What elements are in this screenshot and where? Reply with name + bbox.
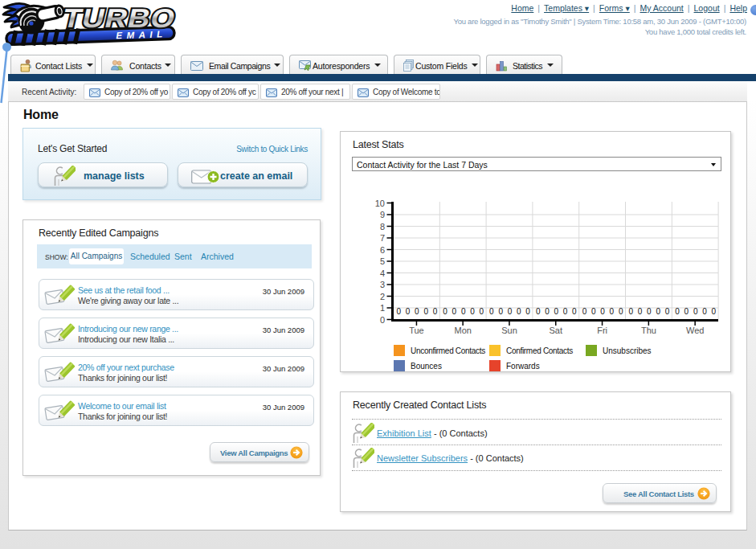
svg-text:0: 0 [397,307,402,316]
svg-text:Fri: Fri [597,326,607,335]
svg-text:Sat: Sat [550,326,563,335]
svg-text:0: 0 [536,307,541,316]
svg-text:Tue: Tue [409,326,424,335]
svg-text:0: 0 [415,307,419,316]
svg-text:6: 6 [380,245,385,255]
svg-text:0: 0 [693,307,698,316]
svg-text:0: 0 [554,307,559,316]
svg-text:0: 0 [638,307,643,316]
svg-text:0: 0 [545,307,550,316]
svg-text:1: 1 [380,303,385,313]
svg-text:0: 0 [619,307,623,316]
svg-text:5: 5 [380,256,385,266]
svg-text:Sun: Sun [501,326,517,335]
svg-text:0: 0 [498,307,503,316]
svg-text:0: 0 [656,307,660,316]
svg-text:0: 0 [443,307,447,316]
svg-text:Confirmed Contacts: Confirmed Contacts [506,346,573,355]
svg-text:0: 0 [610,307,615,316]
svg-text:0: 0 [525,307,530,316]
svg-text:0: 0 [572,307,577,316]
svg-text:0: 0 [508,307,513,316]
svg-text:2: 2 [380,292,385,301]
svg-text:7: 7 [380,233,385,243]
svg-text:0: 0 [600,307,605,316]
svg-text:0: 0 [489,307,494,316]
svg-text:TURBO: TURBO [59,3,178,33]
svg-text:Unsubscribes: Unsubscribes [603,346,652,355]
svg-text:0: 0 [517,307,521,316]
svg-text:0: 0 [665,307,670,316]
svg-text:4: 4 [380,268,385,278]
svg-text:0: 0 [629,307,634,316]
svg-text:0: 0 [470,307,475,316]
svg-text:0: 0 [406,307,411,316]
svg-text:0: 0 [647,307,652,316]
svg-text:8: 8 [380,222,385,231]
svg-text:0: 0 [461,307,466,316]
svg-text:0: 0 [563,307,568,316]
svg-text:0: 0 [675,307,680,316]
svg-text:0: 0 [591,307,596,316]
svg-text:Unconfirmed Contacts: Unconfirmed Contacts [411,346,485,355]
svg-text:0: 0 [452,307,457,316]
svg-text:0: 0 [684,307,689,316]
svg-text:0: 0 [712,307,717,316]
svg-text:0: 0 [423,307,428,316]
svg-text:Mon: Mon [454,326,471,335]
svg-text:Bounces: Bounces [411,362,442,371]
svg-text:0: 0 [380,315,385,325]
svg-text:10: 10 [375,199,385,208]
svg-text:9: 9 [380,210,385,219]
svg-text:0: 0 [702,307,707,316]
svg-text:Thu: Thu [641,326,656,335]
svg-text:Wed: Wed [686,326,704,335]
svg-text:Forwards: Forwards [506,362,540,371]
svg-text:0: 0 [480,307,484,316]
svg-text:3: 3 [380,280,385,289]
svg-text:0: 0 [433,307,438,316]
svg-text:0: 0 [582,307,587,316]
